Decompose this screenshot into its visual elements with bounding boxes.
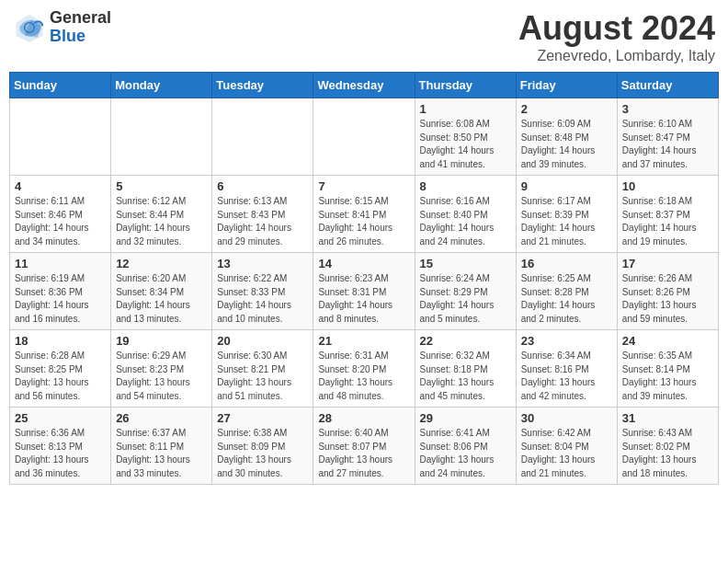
day-number: 20 (217, 334, 308, 348)
column-header-tuesday: Tuesday (212, 73, 313, 98)
calendar-cell: 6Sunrise: 6:13 AMSunset: 8:43 PMDaylight… (212, 176, 313, 253)
calendar-week-row: 25Sunrise: 6:36 AMSunset: 8:13 PMDayligh… (10, 408, 719, 485)
day-info: Sunrise: 6:16 AMSunset: 8:40 PMDaylight:… (420, 195, 511, 248)
day-number: 9 (521, 179, 612, 193)
calendar-cell: 26Sunrise: 6:37 AMSunset: 8:11 PMDayligh… (111, 408, 212, 485)
day-info: Sunrise: 6:36 AMSunset: 8:13 PMDaylight:… (15, 427, 106, 480)
calendar-cell: 28Sunrise: 6:40 AMSunset: 8:07 PMDayligh… (313, 408, 415, 485)
day-info: Sunrise: 6:23 AMSunset: 8:31 PMDaylight:… (318, 272, 409, 326)
day-number: 12 (116, 257, 207, 270)
calendar-week-row: 11Sunrise: 6:19 AMSunset: 8:36 PMDayligh… (10, 253, 719, 330)
calendar-cell: 24Sunrise: 6:35 AMSunset: 8:14 PMDayligh… (617, 330, 718, 408)
day-info: Sunrise: 6:35 AMSunset: 8:14 PMDaylight:… (622, 350, 713, 403)
calendar-cell: 11Sunrise: 6:19 AMSunset: 8:36 PMDayligh… (10, 253, 111, 330)
column-header-monday: Monday (111, 73, 212, 98)
day-number: 24 (622, 334, 713, 348)
calendar-cell: 20Sunrise: 6:30 AMSunset: 8:21 PMDayligh… (212, 330, 313, 408)
day-number: 4 (15, 179, 106, 193)
calendar-cell (313, 98, 415, 176)
calendar-cell: 16Sunrise: 6:25 AMSunset: 8:28 PMDayligh… (516, 253, 617, 330)
page-header: General Blue August 2024 Zenevredo, Lomb… (9, 9, 719, 64)
column-header-saturday: Saturday (617, 73, 718, 98)
day-info: Sunrise: 6:32 AMSunset: 8:18 PMDaylight:… (420, 350, 511, 403)
calendar-header-row: SundayMondayTuesdayWednesdayThursdayFrid… (10, 73, 719, 98)
day-info: Sunrise: 6:41 AMSunset: 8:06 PMDaylight:… (420, 427, 511, 480)
day-number: 16 (521, 257, 612, 270)
calendar-cell: 7Sunrise: 6:15 AMSunset: 8:41 PMDaylight… (313, 176, 415, 253)
day-info: Sunrise: 6:24 AMSunset: 8:29 PMDaylight:… (420, 272, 511, 326)
calendar-cell: 8Sunrise: 6:16 AMSunset: 8:40 PMDaylight… (415, 176, 516, 253)
day-info: Sunrise: 6:08 AMSunset: 8:50 PMDaylight:… (420, 118, 511, 171)
column-header-sunday: Sunday (10, 73, 111, 98)
calendar-cell: 12Sunrise: 6:20 AMSunset: 8:34 PMDayligh… (111, 253, 212, 330)
day-info: Sunrise: 6:37 AMSunset: 8:11 PMDaylight:… (116, 427, 207, 480)
day-info: Sunrise: 6:13 AMSunset: 8:43 PMDaylight:… (217, 195, 308, 248)
day-number: 11 (15, 257, 106, 270)
calendar-week-row: 18Sunrise: 6:28 AMSunset: 8:25 PMDayligh… (10, 330, 719, 408)
logo-general: General (50, 9, 111, 28)
calendar-cell (212, 98, 313, 176)
day-number: 7 (318, 179, 409, 193)
day-info: Sunrise: 6:30 AMSunset: 8:21 PMDaylight:… (217, 350, 308, 403)
day-number: 23 (521, 334, 612, 348)
sub-title: Zenevredo, Lombardy, Italy (518, 48, 715, 64)
main-title: August 2024 (518, 9, 715, 48)
day-number: 13 (217, 257, 308, 270)
day-info: Sunrise: 6:19 AMSunset: 8:36 PMDaylight:… (15, 272, 106, 326)
calendar-cell: 3Sunrise: 6:10 AMSunset: 8:47 PMDaylight… (617, 98, 718, 176)
day-info: Sunrise: 6:29 AMSunset: 8:23 PMDaylight:… (116, 350, 207, 403)
calendar-table: SundayMondayTuesdayWednesdayThursdayFrid… (9, 72, 719, 485)
day-number: 30 (521, 411, 612, 425)
column-header-friday: Friday (516, 73, 617, 98)
day-number: 26 (116, 411, 207, 425)
calendar-cell: 18Sunrise: 6:28 AMSunset: 8:25 PMDayligh… (10, 330, 111, 408)
day-info: Sunrise: 6:42 AMSunset: 8:04 PMDaylight:… (521, 427, 612, 480)
day-number: 17 (622, 257, 713, 270)
day-number: 8 (420, 179, 511, 193)
calendar-cell: 31Sunrise: 6:43 AMSunset: 8:02 PMDayligh… (617, 408, 718, 485)
day-number: 19 (116, 334, 207, 348)
column-header-thursday: Thursday (415, 73, 516, 98)
calendar-cell (10, 98, 111, 176)
calendar-cell: 13Sunrise: 6:22 AMSunset: 8:33 PMDayligh… (212, 253, 313, 330)
calendar-cell: 5Sunrise: 6:12 AMSunset: 8:44 PMDaylight… (111, 176, 212, 253)
calendar-cell: 21Sunrise: 6:31 AMSunset: 8:20 PMDayligh… (313, 330, 415, 408)
calendar-cell: 2Sunrise: 6:09 AMSunset: 8:48 PMDaylight… (516, 98, 617, 176)
day-number: 6 (217, 179, 308, 193)
day-number: 18 (15, 334, 106, 348)
logo-text: General Blue (50, 9, 111, 46)
logo: General Blue (13, 9, 111, 46)
calendar-week-row: 1Sunrise: 6:08 AMSunset: 8:50 PMDaylight… (10, 98, 719, 176)
day-info: Sunrise: 6:11 AMSunset: 8:46 PMDaylight:… (15, 195, 106, 248)
calendar-cell (111, 98, 212, 176)
day-number: 14 (318, 257, 409, 270)
day-number: 10 (622, 179, 713, 193)
day-number: 31 (622, 411, 713, 425)
day-number: 5 (116, 179, 207, 193)
day-number: 1 (420, 102, 511, 116)
calendar-cell: 10Sunrise: 6:18 AMSunset: 8:37 PMDayligh… (617, 176, 718, 253)
calendar-cell: 27Sunrise: 6:38 AMSunset: 8:09 PMDayligh… (212, 408, 313, 485)
calendar-cell: 4Sunrise: 6:11 AMSunset: 8:46 PMDaylight… (10, 176, 111, 253)
calendar-cell: 25Sunrise: 6:36 AMSunset: 8:13 PMDayligh… (10, 408, 111, 485)
calendar-week-row: 4Sunrise: 6:11 AMSunset: 8:46 PMDaylight… (10, 176, 719, 253)
day-info: Sunrise: 6:28 AMSunset: 8:25 PMDaylight:… (15, 350, 106, 403)
day-number: 28 (318, 411, 409, 425)
day-number: 27 (217, 411, 308, 425)
logo-blue: Blue (50, 28, 111, 46)
calendar-cell: 23Sunrise: 6:34 AMSunset: 8:16 PMDayligh… (516, 330, 617, 408)
day-info: Sunrise: 6:17 AMSunset: 8:39 PMDaylight:… (521, 195, 612, 248)
day-info: Sunrise: 6:10 AMSunset: 8:47 PMDaylight:… (622, 118, 713, 171)
calendar-cell: 30Sunrise: 6:42 AMSunset: 8:04 PMDayligh… (516, 408, 617, 485)
day-number: 25 (15, 411, 106, 425)
calendar-cell: 14Sunrise: 6:23 AMSunset: 8:31 PMDayligh… (313, 253, 415, 330)
column-header-wednesday: Wednesday (313, 73, 415, 98)
day-number: 29 (420, 411, 511, 425)
day-info: Sunrise: 6:22 AMSunset: 8:33 PMDaylight:… (217, 272, 308, 326)
day-number: 22 (420, 334, 511, 348)
day-number: 3 (622, 102, 713, 116)
day-info: Sunrise: 6:43 AMSunset: 8:02 PMDaylight:… (622, 427, 713, 480)
day-info: Sunrise: 6:38 AMSunset: 8:09 PMDaylight:… (217, 427, 308, 480)
day-info: Sunrise: 6:12 AMSunset: 8:44 PMDaylight:… (116, 195, 207, 248)
day-info: Sunrise: 6:20 AMSunset: 8:34 PMDaylight:… (116, 272, 207, 326)
